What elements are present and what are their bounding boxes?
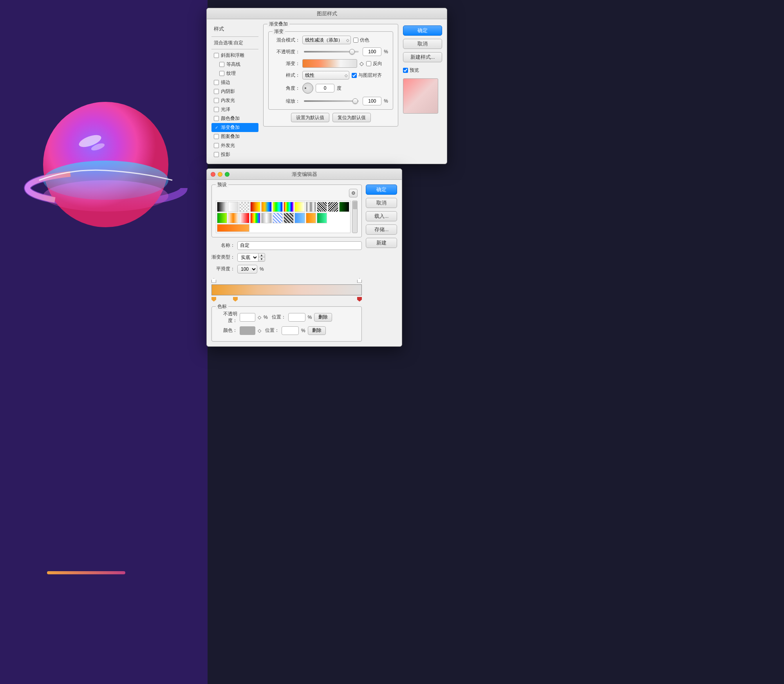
stepper-up[interactable]: ▲ (258, 253, 265, 258)
blend-options-header[interactable]: 混合选项:自定 (211, 38, 258, 47)
angle-dial[interactable] (302, 83, 313, 94)
color-stop-mid[interactable] (233, 297, 238, 302)
stop-opacity-swatch[interactable] (240, 313, 255, 322)
color-stops-row[interactable] (211, 296, 362, 302)
presets-grid[interactable] (216, 201, 350, 233)
pattern-overlay-checkbox[interactable] (214, 134, 219, 139)
stroke-checkbox[interactable] (214, 80, 219, 85)
new-style-button[interactable]: 新建样式... (403, 52, 442, 62)
align-layer-checkbox[interactable] (352, 73, 357, 78)
preset-black-white[interactable] (217, 202, 227, 212)
reset-default-button[interactable]: 复位为默认值 (332, 113, 371, 122)
satin-checkbox[interactable] (214, 107, 219, 112)
bevel-checkbox[interactable] (214, 53, 219, 58)
sidebar-item-pattern-overlay[interactable]: 图案叠加 (211, 132, 258, 141)
preset-rainbow2[interactable] (250, 213, 260, 223)
sidebar-item-texture[interactable]: 纹理 (211, 69, 258, 78)
color-stop-start[interactable] (211, 297, 216, 302)
preset-orange-blue[interactable] (261, 202, 271, 212)
smoothness-select[interactable]: 100 75 50 (237, 265, 257, 273)
opacity-stops-row[interactable] (211, 277, 362, 284)
scale-input[interactable] (363, 97, 381, 105)
scroll-thumb[interactable] (353, 201, 358, 209)
preset-yellow-green[interactable] (273, 202, 283, 212)
gradient-type-select[interactable]: 实底 杂色 (237, 253, 258, 262)
align-layer-label[interactable]: 与图层对齐 (352, 72, 382, 79)
maximize-button-light[interactable] (225, 172, 229, 177)
ge-save-button[interactable]: 存储... (366, 224, 397, 235)
set-default-button[interactable]: 设置为默认值 (291, 113, 329, 122)
scale-thumb[interactable] (352, 98, 358, 104)
style-select[interactable]: 线性 径向 角度 (302, 71, 349, 80)
preview-checkbox[interactable] (403, 68, 408, 73)
sidebar-item-gradient-overlay[interactable]: ✓ 渐变叠加 (211, 123, 258, 132)
opacity-input[interactable] (363, 47, 381, 56)
outer-glow-checkbox[interactable] (214, 143, 219, 148)
opacity-stop-white[interactable] (357, 278, 362, 283)
preset-yellow-white[interactable] (294, 202, 305, 212)
preset-silver[interactable] (261, 213, 271, 223)
preset-trans-orange[interactable] (228, 213, 238, 223)
preset-green-black[interactable] (339, 202, 349, 212)
preset-orange-full[interactable] (306, 213, 316, 223)
preset-hatched2[interactable] (328, 202, 338, 212)
stop-opacity-dropdown[interactable]: ◇ (258, 315, 261, 320)
presets-scrollbar[interactable] (352, 201, 358, 233)
gradient-preview[interactable] (302, 59, 357, 68)
sidebar-item-drop-shadow[interactable]: 投影 (211, 150, 258, 159)
ok-button[interactable]: 确定 (403, 25, 442, 36)
blend-mode-select[interactable]: 线性减淡（添加） 正常 滤色 (302, 36, 351, 44)
inner-glow-checkbox[interactable] (214, 98, 219, 103)
minimize-button-light[interactable] (218, 172, 222, 177)
color-overlay-checkbox[interactable] (214, 116, 219, 121)
stop-delete-btn1[interactable]: 删除 (314, 313, 332, 322)
angle-control[interactable]: 度 (302, 83, 341, 94)
contour-checkbox[interactable] (219, 62, 224, 67)
preset-checkered[interactable] (239, 202, 249, 212)
gear-button[interactable]: ⚙ (349, 189, 358, 197)
preset-white-trans[interactable] (228, 202, 238, 212)
stop-color-dropdown[interactable]: ◇ (258, 328, 261, 333)
style-select-wrapper[interactable]: 线性 径向 角度 ◇ (302, 71, 349, 80)
close-button-light[interactable] (211, 172, 215, 177)
preset-red-yellow[interactable] (250, 202, 260, 212)
color-stop-end[interactable] (357, 297, 362, 302)
gradient-overlay-checkbox[interactable]: ✓ (214, 125, 219, 130)
reverse-label[interactable]: 反向 (366, 60, 382, 67)
stop-delete-btn2[interactable]: 删除 (308, 326, 326, 335)
stepper-arrows[interactable]: ▲ ▼ (258, 253, 265, 262)
gradient-type-stepper[interactable]: 实底 杂色 ▲ ▼ (237, 253, 265, 262)
ge-load-button[interactable]: 载入... (366, 211, 397, 221)
preset-red-trans[interactable] (239, 213, 249, 223)
drop-shadow-checkbox[interactable] (214, 152, 219, 157)
gradient-bar[interactable] (211, 284, 362, 295)
stop-color-arrow[interactable]: ◇ (258, 328, 261, 333)
scale-slider[interactable] (304, 100, 359, 102)
reverse-checkbox[interactable] (366, 61, 371, 66)
inner-shadow-checkbox[interactable] (214, 89, 219, 94)
preset-rainbow[interactable] (284, 202, 294, 212)
dither-label[interactable]: 仿色 (353, 37, 369, 43)
texture-checkbox[interactable] (219, 71, 224, 76)
opacity-thumb[interactable] (349, 49, 355, 54)
preset-stripe-b[interactable] (284, 213, 294, 223)
sidebar-item-satin[interactable]: 光泽 (211, 105, 258, 114)
preset-blue-light[interactable] (294, 213, 305, 223)
opacity-slider[interactable] (304, 51, 359, 52)
sidebar-item-outer-glow[interactable]: 外发光 (211, 141, 258, 150)
preview-label[interactable]: 预览 (403, 67, 442, 74)
stop-position-input2[interactable] (282, 326, 299, 335)
preset-metallic[interactable] (306, 202, 316, 212)
ge-cancel-button[interactable]: 取消 (366, 198, 397, 208)
sidebar-item-inner-glow[interactable]: 内发光 (211, 96, 258, 105)
stop-color-swatch[interactable] (240, 326, 255, 335)
stop-position-input1[interactable] (288, 313, 305, 322)
sidebar-item-inner-shadow[interactable]: 内阴影 (211, 87, 258, 96)
sidebar-item-contour[interactable]: 等高线 (211, 60, 258, 69)
name-input[interactable] (237, 241, 362, 250)
ge-ok-button[interactable]: 确定 (366, 185, 397, 195)
preset-green-teal[interactable] (317, 213, 327, 223)
stepper-down[interactable]: ▼ (258, 257, 265, 261)
preset-stripe-w[interactable] (273, 213, 283, 223)
gradient-dropdown-arrow[interactable]: ◇ (359, 60, 364, 67)
